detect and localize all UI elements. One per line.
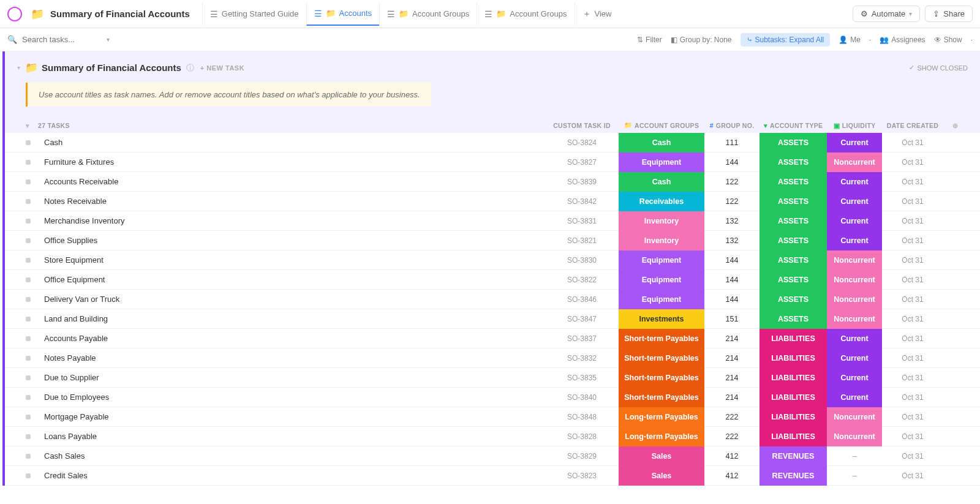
account-group-pill[interactable]: Sales	[619, 466, 704, 486]
task-name[interactable]: Accounts Receivable	[38, 177, 545, 186]
account-type-pill[interactable]: LIABILITIES	[760, 427, 827, 446]
liquidity-pill[interactable]: Current	[827, 172, 882, 192]
liquidity-pill[interactable]: Noncurrent	[827, 407, 882, 427]
task-name[interactable]: Cash Sales	[38, 451, 545, 461]
col-groupno[interactable]: # GROUP NO.	[704, 122, 760, 129]
status-marker[interactable]	[26, 297, 38, 302]
table-row[interactable]: Accounts ReceivableSO-3839Cash122ASSETSC…	[5, 172, 980, 192]
task-name[interactable]: Accounts Payable	[38, 334, 545, 343]
view-tab[interactable]: ☰📁Account Groups	[379, 2, 477, 26]
table-row[interactable]: Delivery Van or TruckSO-3846Equipment144…	[5, 290, 980, 309]
account-type-pill[interactable]: ASSETS	[760, 231, 827, 250]
account-group-pill[interactable]: Sales	[619, 446, 704, 466]
task-name[interactable]: Office Supplies	[38, 236, 545, 245]
account-type-pill[interactable]: ASSETS	[760, 211, 827, 231]
task-name[interactable]: Mortgage Payable	[38, 412, 545, 421]
account-type-pill[interactable]: LIABILITIES	[760, 407, 827, 427]
table-row[interactable]: Notes PayableSO-3832Short-term Payables2…	[5, 348, 980, 368]
liquidity-pill[interactable]: Current	[827, 133, 882, 152]
liquidity-pill[interactable]: Current	[827, 231, 882, 250]
account-type-pill[interactable]: REVENUES	[760, 446, 827, 466]
col-liquidity[interactable]: ▣ LIQUIDITY	[827, 122, 882, 129]
account-group-pill[interactable]: Inventory	[619, 211, 704, 231]
table-row[interactable]: Office SuppliesSO-3821Inventory132ASSETS…	[5, 231, 980, 250]
col-acctype[interactable]: ▾ ACCOUNT TYPE	[760, 122, 827, 129]
account-type-pill[interactable]: ASSETS	[760, 309, 827, 329]
view-tab[interactable]: ☰📁Accounts	[306, 2, 379, 26]
account-type-pill[interactable]: ASSETS	[760, 133, 827, 152]
table-row[interactable]: Furniture & FixturesSO-3827Equipment144A…	[5, 152, 980, 172]
more-icon[interactable]: ·	[971, 36, 973, 44]
view-tab[interactable]: ☰📁Account Groups	[477, 2, 574, 26]
account-type-pill[interactable]: LIABILITIES	[760, 368, 827, 388]
task-name[interactable]: Notes Receivable	[38, 197, 545, 206]
account-group-pill[interactable]: Inventory	[619, 231, 704, 250]
table-row[interactable]: Land and BuildingSO-3847Investments151AS…	[5, 309, 980, 329]
status-marker[interactable]	[26, 199, 38, 204]
show-button[interactable]: 👁 Show	[934, 36, 962, 44]
task-name[interactable]: Notes Payable	[38, 353, 545, 363]
account-group-pill[interactable]: Equipment	[619, 152, 704, 172]
status-marker[interactable]	[26, 473, 38, 478]
account-type-pill[interactable]: LIABILITIES	[760, 348, 827, 368]
task-name[interactable]: Due to Supplier	[38, 373, 545, 382]
account-type-pill[interactable]: LIABILITIES	[760, 329, 827, 348]
info-icon[interactable]: ⓘ	[186, 62, 194, 73]
task-name[interactable]: Furniture & Fixtures	[38, 157, 545, 167]
account-group-pill[interactable]: Long-term Payables	[619, 407, 704, 427]
table-row[interactable]: Mortgage PayableSO-3848Long-term Payable…	[5, 407, 980, 427]
liquidity-pill[interactable]: Noncurrent	[827, 290, 882, 309]
liquidity-pill[interactable]: Noncurrent	[827, 270, 882, 290]
liquidity-pill[interactable]: Noncurrent	[827, 309, 882, 329]
status-marker[interactable]	[26, 454, 38, 459]
account-type-pill[interactable]: ASSETS	[760, 290, 827, 309]
task-name[interactable]: Office Equipment	[38, 275, 545, 284]
status-marker[interactable]	[26, 395, 38, 400]
liquidity-pill[interactable]: Current	[827, 388, 882, 407]
account-group-pill[interactable]: Cash	[619, 133, 704, 152]
expand-all-icon[interactable]: ▾	[26, 122, 38, 129]
col-taskid[interactable]: CUSTOM TASK ID	[545, 122, 619, 129]
assignees-button[interactable]: 👥 Assignees	[880, 36, 925, 44]
table-row[interactable]: Store EquipmentSO-3830Equipment144ASSETS…	[5, 250, 980, 270]
status-marker[interactable]	[26, 258, 38, 263]
status-marker[interactable]	[26, 277, 38, 282]
liquidity-pill[interactable]: Current	[827, 329, 882, 348]
task-name[interactable]: Merchandise Inventory	[38, 216, 545, 225]
groupby-button[interactable]: ◧ Group by: None	[671, 36, 732, 44]
task-name[interactable]: Delivery Van or Truck	[38, 295, 545, 304]
liquidity-pill[interactable]: Noncurrent	[827, 152, 882, 172]
filter-button[interactable]: ⇅ Filter	[637, 36, 662, 44]
table-row[interactable]: CashSO-3824Cash111ASSETSCurrentOct 31	[5, 133, 980, 152]
status-marker[interactable]	[26, 415, 38, 419]
liquidity-pill[interactable]: Current	[827, 348, 882, 368]
liquidity-pill[interactable]: Noncurrent	[827, 250, 882, 270]
subtasks-chip[interactable]: ⤷ Subtasks: Expand All	[741, 33, 831, 47]
account-type-pill[interactable]: ASSETS	[760, 152, 827, 172]
account-type-pill[interactable]: ASSETS	[760, 172, 827, 192]
account-group-pill[interactable]: Long-term Payables	[619, 427, 704, 446]
task-name[interactable]: Loans Payable	[38, 432, 545, 441]
account-group-pill[interactable]: Equipment	[619, 250, 704, 270]
liquidity-pill[interactable]: Current	[827, 211, 882, 231]
show-closed-toggle[interactable]: ✓ SHOW CLOSED	[909, 64, 968, 72]
table-row[interactable]: Loans PayableSO-3828Long-term Payables22…	[5, 427, 980, 446]
account-group-pill[interactable]: Short-term Payables	[619, 388, 704, 407]
collapse-icon[interactable]: ▾	[17, 64, 20, 71]
table-row[interactable]: Office EquipmentSO-3822Equipment144ASSET…	[5, 270, 980, 290]
table-row[interactable]: Notes ReceivableSO-3842Receivables122ASS…	[5, 192, 980, 211]
search-input[interactable]	[22, 35, 102, 44]
table-row[interactable]: Cash SalesSO-3829Sales412REVENUES–Oct 31	[5, 446, 980, 466]
status-marker[interactable]	[26, 160, 38, 165]
task-name[interactable]: Store Equipment	[38, 255, 545, 265]
liquidity-pill[interactable]: Current	[827, 192, 882, 211]
status-marker[interactable]	[26, 219, 38, 224]
account-group-pill[interactable]: Equipment	[619, 290, 704, 309]
chevron-down-icon[interactable]: ▾	[107, 36, 110, 43]
account-group-pill[interactable]: Short-term Payables	[619, 329, 704, 348]
table-row[interactable]: Merchandise InventorySO-3831Inventory132…	[5, 211, 980, 231]
liquidity-pill[interactable]: Noncurrent	[827, 427, 882, 446]
account-group-pill[interactable]: Short-term Payables	[619, 368, 704, 388]
table-row[interactable]: Due to EmployeesSO-3840Short-term Payabl…	[5, 388, 980, 407]
view-tab[interactable]: ＋View	[575, 2, 619, 26]
